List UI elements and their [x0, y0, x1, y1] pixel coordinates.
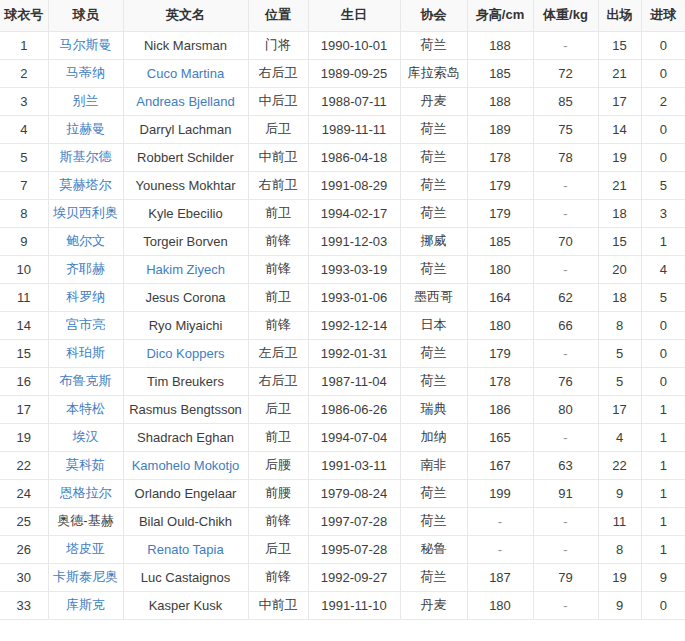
english-name-text: Bilal Ould-Chikh [139, 514, 232, 529]
birthday-cell-td: 1979-08-24 [308, 479, 400, 507]
association-cell-td: 荷兰 [400, 115, 467, 143]
player-name-td: 恩格拉尔 [48, 479, 123, 507]
table-row: 15科珀斯Dico Koppers左后卫1992-01-31荷兰179-50 [0, 339, 685, 367]
player-name-link[interactable]: 卡斯泰尼奥 [53, 569, 118, 584]
weight-cell: 85 [558, 94, 572, 109]
association-cell-td: 瑞典 [400, 395, 467, 423]
player-name-link[interactable]: 本特松 [66, 401, 105, 416]
player-name-link[interactable]: 科罗纳 [66, 289, 105, 304]
goals-cell-td: 5 [641, 283, 685, 311]
weight-cell-td: 80 [533, 395, 598, 423]
position-cell-td: 左后卫 [248, 339, 308, 367]
weight-cell-td: 62 [533, 283, 598, 311]
player-name-link[interactable]: 库斯克 [66, 597, 105, 612]
goals-cell: 1 [660, 234, 667, 249]
birthday-cell-td: 1994-07-04 [308, 423, 400, 451]
position-cell: 左后卫 [259, 345, 298, 360]
player-name-link[interactable]: 马尔斯曼 [60, 37, 112, 52]
english-name-text: Ryo Miyaichi [149, 318, 223, 333]
english-name-td: Darryl Lachman [123, 115, 248, 143]
association-cell-td: 荷兰 [400, 171, 467, 199]
weight-cell-td: 85 [533, 87, 598, 115]
weight-cell-td: 76 [533, 367, 598, 395]
jersey-number-cell-td: 16 [0, 367, 48, 395]
english-name-link[interactable]: Dico Koppers [146, 346, 224, 361]
english-name-link[interactable]: Cuco Martina [147, 66, 224, 81]
height-cell: 185 [489, 66, 511, 81]
position-cell: 前锋 [265, 569, 291, 584]
goals-cell: 4 [660, 262, 667, 277]
jersey-number-cell-td: 3 [0, 87, 48, 115]
english-name-link[interactable]: Kamohelo Mokotjo [132, 458, 240, 473]
player-name-link[interactable]: 马蒂纳 [66, 65, 105, 80]
birthday-cell-td: 1989-09-25 [308, 59, 400, 87]
player-name-text: 奥德-基赫 [57, 513, 113, 528]
player-name-td: 莫科茹 [48, 451, 123, 479]
player-name-link[interactable]: 别兰 [73, 93, 99, 108]
position-cell: 后腰 [265, 457, 291, 472]
english-name-text: Robbert Schilder [137, 150, 234, 165]
appearances-cell-td: 8 [598, 535, 641, 563]
jersey-number-cell: 3 [20, 94, 27, 109]
weight-cell: 62 [558, 290, 572, 305]
player-name-link[interactable]: 布鲁克斯 [60, 373, 112, 388]
table-row: 9鲍尔文Torgeir Borven前锋1991-12-03挪威18570151 [0, 227, 685, 255]
position-cell: 中后卫 [259, 93, 298, 108]
player-name-link[interactable]: 鲍尔文 [66, 233, 105, 248]
table-row: 16布鲁克斯Tim Breukers右后卫1987-11-04荷兰1787650 [0, 367, 685, 395]
height-cell: - [498, 514, 502, 529]
jersey-number-cell: 11 [17, 290, 31, 305]
goals-cell-td: 1 [641, 479, 685, 507]
player-name-link[interactable]: 莫赫塔尔 [60, 177, 112, 192]
player-name-td: 布鲁克斯 [48, 367, 123, 395]
player-name-link[interactable]: 埃贝西利奥 [53, 205, 118, 220]
column-header-jersey-number: 球衣号 [0, 0, 48, 31]
player-name-link[interactable]: 塔皮亚 [66, 541, 105, 556]
association-cell: 荷兰 [421, 569, 447, 584]
birthday-cell-td: 1988-07-11 [308, 87, 400, 115]
appearances-cell-td: 22 [598, 451, 641, 479]
english-name-link[interactable]: Renato Tapia [147, 542, 223, 557]
english-name-link[interactable]: Hakim Ziyech [146, 262, 225, 277]
birthday-cell-td: 1986-04-18 [308, 143, 400, 171]
jersey-number-cell: 10 [17, 262, 31, 277]
association-cell: 荷兰 [421, 345, 447, 360]
column-header-english-name: 英文名 [123, 0, 248, 31]
table-row: 24恩格拉尔Orlando Engelaar前腰1979-08-24荷兰1999… [0, 479, 685, 507]
birthday-cell: 1991-12-03 [321, 234, 388, 249]
goals-cell: 1 [660, 542, 667, 557]
appearances-cell: 4 [616, 430, 623, 445]
position-cell-td: 后卫 [248, 395, 308, 423]
player-name-td: 本特松 [48, 395, 123, 423]
goals-cell-td: 0 [641, 115, 685, 143]
position-cell: 前锋 [265, 233, 291, 248]
player-name-link[interactable]: 斯基尔德 [60, 149, 112, 164]
table-row: 25奥德-基赫Bilal Ould-Chikh前锋1997-07-28荷兰--1… [0, 507, 685, 535]
player-name-link[interactable]: 莫科茹 [66, 457, 105, 472]
appearances-cell-td: 18 [598, 199, 641, 227]
birthday-cell-td: 1991-11-10 [308, 591, 400, 619]
player-name-link[interactable]: 科珀斯 [66, 345, 105, 360]
player-name-link[interactable]: 拉赫曼 [66, 121, 105, 136]
weight-cell-td: 70 [533, 227, 598, 255]
english-name-link[interactable]: Andreas Bjelland [136, 94, 234, 109]
player-name-link[interactable]: 恩格拉尔 [60, 485, 112, 500]
jersey-number-cell: 5 [20, 150, 27, 165]
appearances-cell-td: 21 [598, 59, 641, 87]
player-name-link[interactable]: 埃汉 [73, 429, 99, 444]
jersey-number-cell-td: 30 [0, 563, 48, 591]
height-cell-td: 188 [467, 31, 533, 59]
player-name-link[interactable]: 宫市亮 [66, 317, 105, 332]
birthday-cell-td: 1995-07-28 [308, 535, 400, 563]
table-row: 2马蒂纳Cuco Martina右后卫1989-09-25库拉索岛1857221… [0, 59, 685, 87]
position-cell-td: 门将 [248, 31, 308, 59]
player-name-link[interactable]: 齐耶赫 [66, 261, 105, 276]
appearances-cell: 11 [613, 514, 627, 529]
birthday-cell: 1986-06-26 [321, 402, 388, 417]
goals-cell-td: 5 [641, 171, 685, 199]
table-row: 14宫市亮Ryo Miyaichi前锋1992-12-14日本1806680 [0, 311, 685, 339]
goals-cell-td: 4 [641, 255, 685, 283]
appearances-cell: 21 [612, 178, 626, 193]
position-cell: 门将 [265, 37, 291, 52]
association-cell-td: 荷兰 [400, 507, 467, 535]
